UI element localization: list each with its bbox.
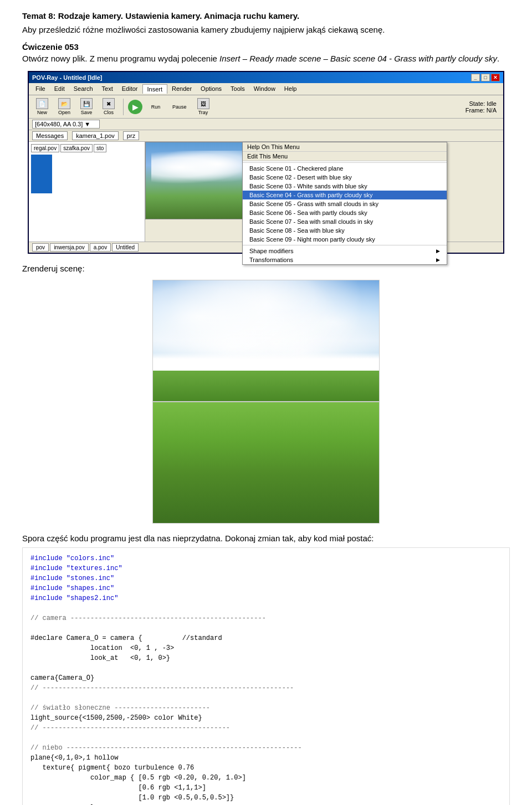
window-titlebar: POV-Ray - Untitled [Idle] _ □ ✕	[29, 72, 503, 83]
exercise-text: Otwórz nowy plik. Z menu programu wydaj …	[22, 54, 510, 63]
menu-file[interactable]: File	[31, 84, 50, 94]
file-tab-kamera[interactable]: kamera_1.pov	[72, 131, 119, 140]
dd-scene04[interactable]: Basic Scene 04 - Grass with partly cloud…	[243, 191, 447, 199]
dd-scene03[interactable]: Basic Scene 03 - White sands with blue s…	[243, 182, 447, 191]
code-camera-use: camera{Camera_O}	[30, 674, 94, 682]
code-colormap2: [0.6 rgb <1,1,1>]	[30, 784, 206, 792]
code-block: #include "colors.inc" #include "textures…	[22, 547, 510, 805]
dd-scene07[interactable]: Basic Scene 07 - Sea with small clouds i…	[243, 217, 447, 226]
menubar: File Edit Search Text Editor Insert Rend…	[29, 83, 503, 95]
files-bar: Messages kamera_1.pov prz	[29, 130, 503, 142]
dd-sep1	[243, 162, 447, 163]
code-comment-sky: // niebo -------------------------------…	[30, 744, 302, 752]
submenu-arrow2: ▶	[436, 257, 440, 263]
menu-text[interactable]: Text	[98, 84, 117, 94]
code-declare: #declare Camera_O = camera { //standard	[30, 634, 222, 642]
file-tab-prz[interactable]: prz	[123, 131, 139, 140]
run-icon: ▶	[128, 100, 142, 114]
open-button[interactable]: 📂 Open	[54, 97, 74, 116]
save-button[interactable]: 💾 Save	[76, 97, 96, 116]
page-title: Temat 8: Rodzaje kamery. Ustawienia kame…	[22, 11, 510, 20]
tray-button[interactable]: 🖼 Tray	[193, 97, 213, 116]
lf-sto[interactable]: sto	[94, 144, 106, 152]
code-colormap3: [1.0 rgb <0.5,0.5,0.5>]}	[30, 794, 234, 802]
menu-edit[interactable]: Edit	[50, 84, 69, 94]
bot-tab-apov[interactable]: a.pov	[90, 243, 111, 252]
povray-window: POV-Ray - Untitled [Idle] _ □ ✕ File Edi…	[28, 71, 504, 254]
left-panel: regal.pov szafka.pov sto	[29, 142, 145, 242]
code-line-3: #include "stones.inc"	[30, 575, 114, 582]
run-button[interactable]: Run	[146, 103, 166, 111]
dd-shape-modifiers[interactable]: Shape modifiers ▶	[243, 247, 447, 255]
preview-clouds	[151, 151, 245, 184]
toolbar-separator	[123, 99, 124, 115]
resolution-dropdown[interactable]: [640x480, AA 0.3] ▼	[32, 120, 100, 129]
close-file-icon: ✖	[103, 98, 115, 109]
code-colormap: color_map { [0.5 rgb <0.20, 0.20, 1.0>]	[30, 774, 246, 782]
bot-tab-pov[interactable]: pov	[32, 243, 49, 252]
close-file-button[interactable]: ✖ Clos	[99, 97, 119, 116]
maximize-button[interactable]: □	[481, 74, 490, 81]
spora-text: Spora część kodu programu jest dla nas n…	[22, 534, 510, 543]
render-grass	[152, 402, 380, 524]
menu-insert[interactable]: Insert	[142, 84, 168, 94]
dd-scene02[interactable]: Basic Scene 02 - Desert with blue sky	[243, 173, 447, 182]
dd-scene05[interactable]: Basic Scene 05 - Grass with small clouds…	[243, 199, 447, 208]
dd-scene06[interactable]: Basic Scene 06 - Sea with partly clouds …	[243, 208, 447, 217]
dd-edit[interactable]: Edit This Menu	[243, 152, 447, 161]
menu-search[interactable]: Search	[69, 84, 98, 94]
resolution-bar: [640x480, AA 0.3] ▼	[29, 119, 503, 130]
submenu-arrow: ▶	[436, 248, 440, 254]
code-sep2: // -------------------------------------…	[30, 724, 230, 732]
menu-window[interactable]: Window	[249, 84, 280, 94]
code-comment-camera: // camera ------------------------------…	[30, 614, 266, 622]
lf-szafka[interactable]: szafka.pov	[60, 144, 93, 152]
render-sky	[152, 280, 380, 402]
save-icon: 💾	[80, 98, 93, 109]
window-title: POV-Ray - Untitled [Idle]	[32, 74, 103, 81]
code-plane: plane{<0,1,0>,1 hollow	[30, 754, 118, 762]
menu-render[interactable]: Render	[167, 84, 196, 94]
bot-tab-inwersja[interactable]: inwersja.pov	[50, 243, 89, 252]
insert-dropdown: Help On This Menu Edit This Menu Basic S…	[242, 142, 447, 265]
new-button[interactable]: 📄 New	[32, 97, 52, 116]
code-sep1: // -------------------------------------…	[30, 684, 294, 692]
scene-preview	[145, 142, 253, 219]
minimize-button[interactable]: _	[471, 74, 480, 81]
menu-tools[interactable]: Tools	[226, 84, 249, 94]
code-line-2: #include "textures.inc"	[30, 565, 122, 572]
code-comment-light: // światło słoneczne -------------------…	[30, 704, 210, 712]
menu-help[interactable]: Help	[280, 84, 301, 94]
menu-options[interactable]: Options	[196, 84, 226, 94]
status-panel: State: Idle Frame: N/A	[462, 99, 500, 115]
lf-regal[interactable]: regal.pov	[31, 144, 59, 152]
code-texture: texture{ pigment{ bozo turbulence 0.76	[30, 764, 194, 772]
dropdown-area: Help On This Menu Edit This Menu Basic S…	[145, 142, 403, 242]
dd-transformations[interactable]: Transformations ▶	[243, 255, 447, 264]
blue-rectangle	[31, 155, 52, 193]
dd-scene08[interactable]: Basic Scene 08 - Sea with blue sky	[243, 226, 447, 235]
exercise-heading: Ćwiczenie 053	[22, 42, 510, 52]
dd-scene09[interactable]: Basic Scene 09 - Night moon partly cloud…	[243, 235, 447, 244]
dd-help[interactable]: Help On This Menu	[243, 142, 447, 152]
left-file-list: regal.pov szafka.pov sto	[31, 144, 142, 152]
tray-icon: 🖼	[197, 98, 209, 109]
bot-tab-untitled[interactable]: Untitled	[112, 243, 139, 252]
render-section-heading: Zrenderuj scenę:	[22, 264, 510, 273]
new-icon: 📄	[36, 98, 48, 109]
file-tab-messages[interactable]: Messages	[32, 131, 68, 140]
pause-button[interactable]: Pause	[169, 103, 190, 111]
grass-strip	[153, 371, 379, 401]
toolbar: 📄 New 📂 Open 💾 Save ✖ Clos ▶ Run Pause 🖼	[29, 95, 503, 119]
frame-line: Frame: N/A	[466, 107, 497, 114]
state-line: State: Idle	[466, 100, 497, 107]
close-button[interactable]: ✕	[491, 74, 500, 81]
dd-scene01[interactable]: Basic Scene 01 - Checkered plane	[243, 164, 447, 173]
dd-sep2	[243, 245, 447, 245]
window-controls: _ □ ✕	[471, 74, 500, 81]
menu-editor[interactable]: Editor	[117, 84, 142, 94]
code-line-1: #include "colors.inc"	[30, 555, 114, 562]
code-light: light_source{<1500,2500,-2500> color Whi…	[30, 714, 202, 722]
rendered-images	[22, 280, 510, 524]
code-line-4: #include "shapes.inc"	[30, 584, 114, 592]
